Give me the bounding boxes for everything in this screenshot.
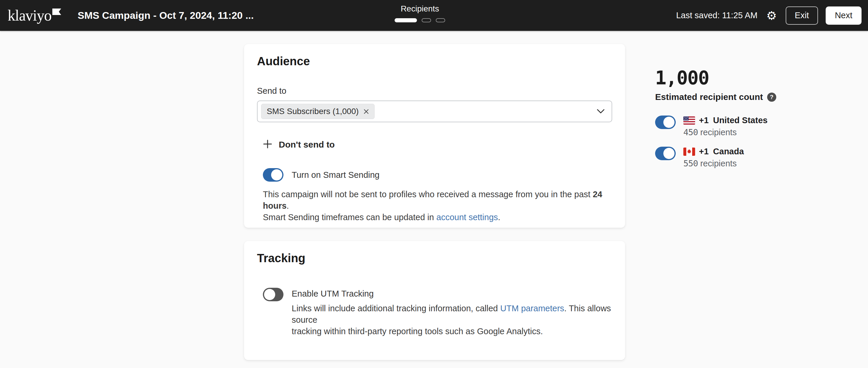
top-bar: klaviyo SMS Campaign - Oct 7, 2024, 11:2… bbox=[0, 0, 868, 31]
utm-texts: Enable UTM Tracking Links will include a… bbox=[292, 288, 612, 337]
toggle-knob bbox=[663, 117, 675, 128]
estimated-recipient-count: 1,000 bbox=[655, 68, 849, 87]
utm-desc-text-1: Links will include additional tracking i… bbox=[292, 304, 500, 313]
canada-name-line: +1 Canada bbox=[683, 147, 744, 156]
sms-campaign-editor: klaviyo SMS Campaign - Oct 7, 2024, 11:2… bbox=[0, 0, 868, 368]
smart-desc-text-3: Smart Sending timeframes can be updated … bbox=[263, 212, 436, 222]
utm-description: Links will include additional tracking i… bbox=[292, 303, 612, 337]
canada-recipient-number: 550 bbox=[683, 159, 698, 168]
recipient-count-panel: 1,000 Estimated recipient count ? bbox=[655, 68, 849, 168]
united-states-recipient-suffix: recipients bbox=[698, 128, 737, 137]
canada-name: Canada bbox=[713, 147, 744, 156]
segment-chip-label: SMS Subscribers (1,000) bbox=[267, 107, 359, 116]
utm-tracking-toggle[interactable] bbox=[263, 288, 283, 301]
utm-tracking-label: Enable UTM Tracking bbox=[292, 289, 612, 299]
chip-remove-icon[interactable] bbox=[364, 109, 369, 114]
step-label: Recipients bbox=[394, 4, 446, 13]
united-states-code: +1 bbox=[699, 115, 709, 125]
united-states-toggle[interactable] bbox=[655, 115, 676, 129]
smart-desc-text-2: . bbox=[287, 201, 289, 210]
smart-sending-toggle[interactable] bbox=[263, 168, 283, 182]
smart-sending-description: This campaign will not be sent to profil… bbox=[263, 189, 612, 223]
recipient-count-label: Estimated recipient count bbox=[655, 92, 763, 102]
klaviyo-logo[interactable]: klaviyo bbox=[8, 8, 61, 23]
toggle-knob bbox=[663, 148, 675, 159]
dont-send-to-button[interactable]: Don't send to bbox=[263, 139, 335, 150]
chevron-down-icon[interactable] bbox=[597, 109, 604, 114]
united-states-name-line: +1 United States bbox=[683, 115, 768, 125]
smart-desc-text-4: . bbox=[498, 212, 500, 222]
canada-recipients: 550 recipients bbox=[683, 159, 744, 168]
stepper: Recipients bbox=[394, 4, 446, 22]
campaign-title: SMS Campaign - Oct 7, 2024, 11:20 ... bbox=[78, 10, 254, 21]
last-saved-text: Last saved: 11:25 AM bbox=[676, 10, 757, 20]
topbar-actions: Last saved: 11:25 AM ⚙ Exit Next bbox=[676, 0, 862, 31]
united-states-recipient-number: 450 bbox=[683, 127, 698, 137]
help-icon[interactable]: ? bbox=[767, 93, 776, 102]
smart-sending-row: Turn on Smart Sending bbox=[263, 168, 612, 182]
next-button[interactable]: Next bbox=[826, 6, 862, 25]
klaviyo-flag-icon bbox=[52, 8, 61, 16]
tracking-title: Tracking bbox=[257, 252, 612, 265]
country-row-united-states: +1 United States 450 recipients bbox=[655, 115, 849, 137]
exit-button[interactable]: Exit bbox=[786, 6, 818, 25]
canada-texts: +1 Canada 550 recipients bbox=[683, 147, 744, 168]
utm-desc-text-3: tracking within third-party reporting to… bbox=[292, 327, 543, 336]
united-states-name: United States bbox=[713, 115, 768, 125]
utm-parameters-link[interactable]: UTM parameters bbox=[500, 304, 564, 313]
plus-icon bbox=[263, 139, 272, 150]
dont-send-to-label: Don't send to bbox=[279, 140, 335, 149]
toggle-knob bbox=[264, 289, 275, 300]
account-settings-link[interactable]: account settings bbox=[436, 212, 498, 222]
audience-title: Audience bbox=[257, 55, 612, 68]
recipient-count-label-row: Estimated recipient count ? bbox=[655, 92, 849, 102]
canada-code: +1 bbox=[699, 147, 709, 156]
settings-gear-icon[interactable]: ⚙ bbox=[765, 10, 778, 22]
toggle-knob bbox=[271, 169, 282, 180]
canada-toggle[interactable] bbox=[655, 147, 676, 160]
country-row-canada: +1 Canada 550 recipients bbox=[655, 147, 849, 168]
step-progress bbox=[394, 18, 446, 22]
canada-flag-icon bbox=[683, 147, 695, 156]
united-states-texts: +1 United States 450 recipients bbox=[683, 115, 768, 137]
step-pill-3[interactable] bbox=[436, 18, 445, 22]
segment-chip[interactable]: SMS Subscribers (1,000) bbox=[261, 104, 375, 119]
tracking-card: Tracking Enable UTM Tracking Links will … bbox=[244, 241, 625, 360]
smart-sending-label: Turn on Smart Sending bbox=[292, 170, 380, 180]
us-flag-icon bbox=[683, 116, 695, 125]
send-to-label: Send to bbox=[257, 86, 612, 96]
utm-tracking-row: Enable UTM Tracking Links will include a… bbox=[263, 288, 612, 337]
canada-recipient-suffix: recipients bbox=[698, 159, 737, 168]
send-to-combobox[interactable]: SMS Subscribers (1,000) bbox=[257, 101, 612, 122]
klaviyo-wordmark: klaviyo bbox=[8, 8, 52, 23]
smart-desc-text-1: This campaign will not be sent to profil… bbox=[263, 190, 593, 199]
step-pill-1-active[interactable] bbox=[395, 18, 417, 22]
step-pill-2[interactable] bbox=[422, 18, 431, 22]
audience-card: Audience Send to SMS Subscribers (1,000)… bbox=[244, 44, 625, 228]
united-states-recipients: 450 recipients bbox=[683, 127, 768, 137]
